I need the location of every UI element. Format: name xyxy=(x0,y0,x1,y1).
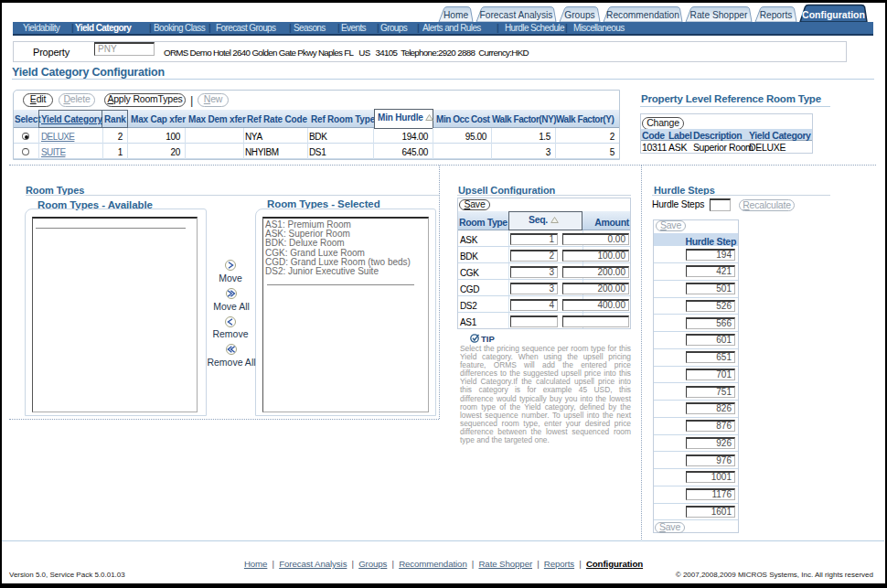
svg-text:Home: Home xyxy=(444,10,469,20)
svg-text:Remove: Remove xyxy=(212,328,248,339)
svg-text:Forecast Analysis: Forecast Analysis xyxy=(480,10,553,20)
svg-text:Remove All: Remove All xyxy=(207,357,255,368)
svg-text:Groups: Groups xyxy=(564,10,594,20)
svg-text:Reports: Reports xyxy=(760,10,793,20)
svg-text:Rate Shopper: Rate Shopper xyxy=(690,10,748,20)
svg-text:Move: Move xyxy=(219,273,242,283)
svg-text:Configuration: Configuration xyxy=(802,9,865,20)
svg-text:Move All: Move All xyxy=(213,301,250,312)
svg-text:Recommendation: Recommendation xyxy=(606,10,679,20)
